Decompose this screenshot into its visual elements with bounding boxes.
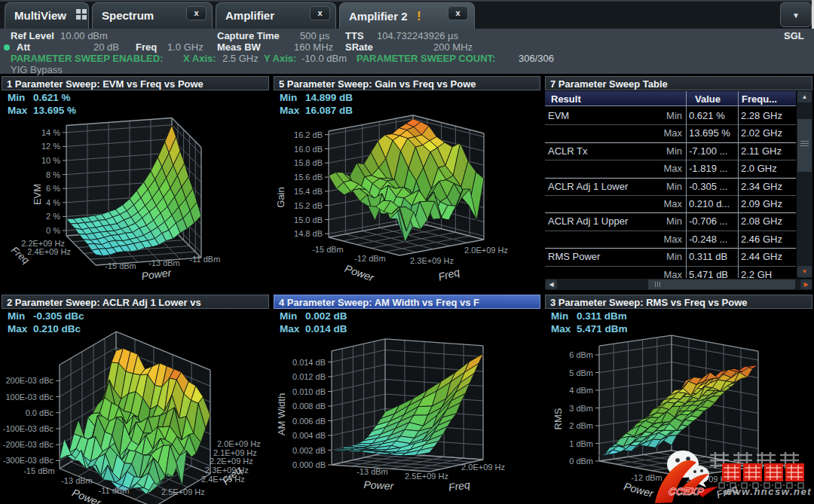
svg-text:0.014 dB: 0.014 dB bbox=[292, 358, 326, 367]
svg-text:-11 dBm: -11 dBm bbox=[99, 486, 130, 495]
svg-text:0.004 dB: 0.004 dB bbox=[292, 431, 326, 440]
svg-text:-300E-03 dBc: -300E-03 dBc bbox=[3, 456, 54, 465]
svg-text:-15 dBm: -15 dBm bbox=[23, 466, 55, 475]
svg-text:2.0E+09 Hz: 2.0E+09 Hz bbox=[464, 246, 508, 255]
svg-text:15.4 dB: 15.4 dB bbox=[294, 187, 323, 196]
svg-text:5 dBm: 5 dBm bbox=[569, 368, 593, 377]
svg-text:AM Width: AM Width bbox=[276, 393, 287, 435]
svg-text:10 %: 10 % bbox=[41, 156, 60, 165]
svg-text:Freq: Freq bbox=[437, 266, 461, 283]
svg-text:14.8 dB: 14.8 dB bbox=[294, 229, 323, 238]
svg-text:0.000 dB: 0.000 dB bbox=[292, 460, 326, 469]
svg-text:Gain: Gain bbox=[275, 187, 286, 207]
svg-text:0.012 dB: 0.012 dB bbox=[292, 372, 326, 381]
svg-text:2.4E+09 Hz: 2.4E+09 Hz bbox=[27, 247, 71, 256]
svg-text:RMS: RMS bbox=[552, 408, 564, 429]
svg-text:15.0 dB: 15.0 dB bbox=[294, 215, 323, 225]
svg-text:0.008 dB: 0.008 dB bbox=[292, 402, 326, 411]
svg-text:-15 dBm: -15 dBm bbox=[105, 261, 136, 270]
svg-text:16.2 dB: 16.2 dB bbox=[294, 130, 323, 139]
svg-text:0 dBm: 0 dBm bbox=[569, 457, 593, 466]
svg-text:4 dBm: 4 dBm bbox=[569, 386, 593, 395]
svg-text:www.hncsw.net: www.hncsw.net bbox=[724, 486, 812, 497]
svg-text:15.8 dB: 15.8 dB bbox=[294, 158, 323, 167]
svg-text:2.5E+09 Hz: 2.5E+09 Hz bbox=[405, 472, 448, 481]
svg-text:14 %: 14 % bbox=[41, 128, 60, 137]
svg-text:2.2E+09 Hz: 2.2E+09 Hz bbox=[210, 457, 253, 466]
svg-text:12 %: 12 % bbox=[41, 142, 60, 151]
svg-text:-100E-03 dBc: -100E-03 dBc bbox=[3, 424, 54, 433]
svg-text:6 %: 6 % bbox=[46, 184, 60, 193]
svg-text:2.3E+09 Hz: 2.3E+09 Hz bbox=[410, 256, 454, 265]
svg-text:0.010 dB: 0.010 dB bbox=[292, 387, 326, 396]
svg-text:15.6 dB: 15.6 dB bbox=[294, 173, 323, 182]
svg-text:-15 dBm: -15 dBm bbox=[312, 245, 344, 254]
svg-text:1 dBm: 1 dBm bbox=[569, 439, 593, 448]
svg-text:2 dBm: 2 dBm bbox=[569, 421, 593, 430]
svg-text:0.0 dBc: 0.0 dBc bbox=[26, 408, 54, 417]
svg-text:2.0E+09 Hz: 2.0E+09 Hz bbox=[217, 439, 261, 448]
svg-text:0.002 dB: 0.002 dB bbox=[292, 446, 326, 455]
svg-text:100E-03 dBc: 100E-03 dBc bbox=[5, 393, 54, 402]
svg-text:Freq: Freq bbox=[448, 478, 471, 493]
svg-text:CCEXP: CCEXP bbox=[668, 486, 705, 497]
svg-text:0 %: 0 % bbox=[46, 226, 60, 235]
svg-text:Power: Power bbox=[343, 262, 376, 284]
svg-text:Power: Power bbox=[363, 478, 395, 492]
svg-text:Power: Power bbox=[141, 267, 173, 283]
svg-text:-12 dBm: -12 dBm bbox=[354, 254, 386, 263]
svg-text:4 %: 4 % bbox=[46, 198, 60, 207]
svg-text:200E-03 dBc: 200E-03 dBc bbox=[5, 376, 54, 385]
svg-text:2.0E+09 Hz: 2.0E+09 Hz bbox=[461, 463, 505, 472]
svg-text:-13 dBm: -13 dBm bbox=[357, 467, 388, 476]
svg-text:16.0 dB: 16.0 dB bbox=[294, 145, 323, 154]
svg-text:2 %: 2 % bbox=[46, 212, 60, 221]
svg-text:EVM: EVM bbox=[32, 184, 43, 205]
svg-text:-200E-03 dBc: -200E-03 dBc bbox=[3, 440, 54, 449]
svg-text:-11 dBm: -11 dBm bbox=[190, 255, 221, 264]
svg-text:3 dBm: 3 dBm bbox=[569, 404, 593, 413]
svg-text:15.2 dB: 15.2 dB bbox=[294, 201, 323, 210]
svg-text:6 dBm: 6 dBm bbox=[569, 350, 593, 359]
svg-text:-13 dBm: -13 dBm bbox=[61, 476, 93, 485]
svg-text:8 %: 8 % bbox=[46, 170, 60, 179]
svg-text:0.006 dB: 0.006 dB bbox=[292, 417, 326, 426]
svg-text:-13 dBm: -13 dBm bbox=[148, 258, 180, 267]
svg-text:2.5E+09 Hz: 2.5E+09 Hz bbox=[161, 487, 205, 496]
